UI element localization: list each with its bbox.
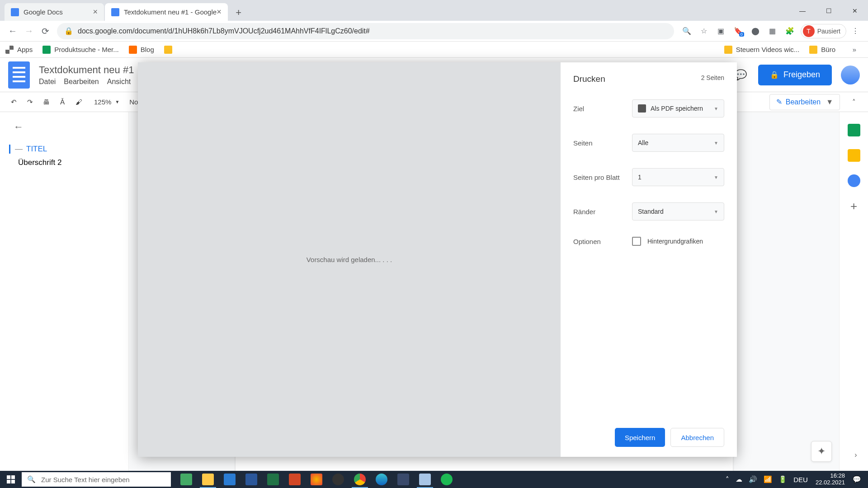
save-button[interactable]: Speichern bbox=[615, 428, 665, 447]
background-graphics-label: Hintergrundgrafiken bbox=[647, 238, 703, 245]
taskbar-spotify[interactable] bbox=[436, 471, 458, 488]
taskbar-obs[interactable] bbox=[327, 471, 349, 488]
back-button[interactable]: ← bbox=[5, 23, 21, 39]
tray-clock[interactable]: 16:28 22.02.2021 bbox=[816, 473, 845, 486]
spellcheck-icon[interactable]: Ǎ bbox=[55, 95, 70, 109]
adblock-icon[interactable]: ⬤ bbox=[747, 23, 764, 39]
bookmark-folder[interactable]: Steuern Videos wic... bbox=[724, 46, 800, 54]
forward-button[interactable]: → bbox=[21, 23, 37, 39]
bookmarks-bar: Apps Produktsuche - Mer... Blog Steuern … bbox=[0, 42, 868, 58]
tag-extension-icon[interactable]: 🔖0 bbox=[730, 23, 746, 39]
window-minimize[interactable]: — bbox=[789, 1, 816, 21]
tasks-addon-icon[interactable] bbox=[848, 174, 860, 187]
outline-back-icon[interactable]: ← bbox=[14, 121, 128, 133]
zoom-select[interactable]: 125%▼ bbox=[94, 98, 119, 106]
taskbar-app1[interactable] bbox=[306, 471, 327, 488]
options-label: Optionen bbox=[573, 238, 632, 245]
apps-shortcut[interactable]: Apps bbox=[5, 46, 33, 54]
taskbar-edge[interactable] bbox=[371, 471, 392, 488]
doc-title[interactable]: Textdokument neu #1 bbox=[39, 64, 134, 76]
margins-label: Ränder bbox=[573, 208, 632, 216]
outline-heading-2[interactable]: Überschrift 2 bbox=[14, 158, 128, 167]
destination-select[interactable]: Als PDF speichern bbox=[632, 99, 724, 117]
menu-ansicht[interactable]: Ansicht bbox=[107, 78, 131, 86]
paint-format-icon[interactable]: 🖌 bbox=[71, 95, 86, 109]
tray-battery-icon[interactable]: 🔋 bbox=[778, 475, 787, 483]
task-view-icon[interactable] bbox=[175, 471, 197, 488]
browser-tab[interactable]: Google Docs × bbox=[5, 3, 104, 21]
url-input[interactable]: 🔒 docs.google.com/document/d/1hUH8k6h7Lb… bbox=[57, 23, 674, 39]
docs-logo-icon[interactable] bbox=[8, 61, 30, 89]
reload-button[interactable]: ⟳ bbox=[37, 23, 53, 39]
cancel-button[interactable]: Abbrechen bbox=[670, 428, 724, 447]
menu-datei[interactable]: Datei bbox=[39, 78, 56, 86]
svg-rect-0 bbox=[7, 475, 10, 479]
outline-panel: ← TITEL Überschrift 2 bbox=[0, 112, 129, 471]
taskbar-search[interactable]: 🔍 Zur Suche Text hier eingeben bbox=[22, 472, 171, 487]
tray-notifications-icon[interactable]: 💬 bbox=[853, 475, 861, 483]
keep-addon-icon[interactable] bbox=[848, 149, 860, 162]
start-button[interactable] bbox=[0, 471, 22, 488]
taskbar-explorer[interactable] bbox=[197, 471, 219, 488]
tray-volume-icon[interactable]: 🔊 bbox=[749, 475, 757, 483]
taskbar-powerpoint[interactable] bbox=[284, 471, 306, 488]
explore-fab[interactable]: ✦ bbox=[811, 441, 832, 462]
profile-paused[interactable]: T Pausiert bbox=[801, 24, 846, 38]
apps-grid-icon[interactable]: ▦ bbox=[764, 23, 781, 39]
share-button[interactable]: Freigeben bbox=[758, 65, 832, 85]
taskbar-mail[interactable] bbox=[219, 471, 241, 488]
address-bar: ← → ⟳ 🔒 docs.google.com/document/d/1hUH8… bbox=[0, 21, 868, 42]
zoom-icon[interactable]: 🔍 bbox=[679, 23, 695, 39]
outline-heading-1[interactable]: TITEL bbox=[9, 145, 128, 154]
print-icon[interactable]: 🖶 bbox=[39, 95, 53, 109]
margins-select[interactable]: Standard bbox=[632, 202, 724, 221]
tray-language[interactable]: DEU bbox=[793, 476, 808, 483]
close-icon[interactable]: × bbox=[217, 7, 222, 17]
lock-icon: 🔒 bbox=[64, 27, 73, 35]
tray-wifi-icon[interactable]: 📶 bbox=[764, 475, 772, 483]
svg-rect-3 bbox=[11, 480, 15, 483]
background-graphics-checkbox[interactable] bbox=[632, 237, 641, 246]
menu-bearbeiten[interactable]: Bearbeiten bbox=[64, 78, 99, 86]
taskbar-notepad[interactable] bbox=[414, 471, 436, 488]
pages-label: Seiten bbox=[573, 139, 632, 147]
bookmark-folder[interactable]: Büro bbox=[809, 46, 835, 54]
add-addon-icon[interactable]: + bbox=[848, 200, 860, 212]
pages-select[interactable]: Alle bbox=[632, 134, 724, 152]
tab-label: Textdokument neu #1 - Google bbox=[124, 8, 217, 16]
taskbar-excel[interactable] bbox=[262, 471, 284, 488]
taskbar-app2[interactable] bbox=[392, 471, 414, 488]
close-icon[interactable]: × bbox=[93, 7, 98, 17]
kebab-menu-icon[interactable]: ⋮ bbox=[847, 23, 863, 39]
user-avatar[interactable] bbox=[841, 66, 860, 84]
taskbar-word[interactable] bbox=[241, 471, 262, 488]
tab-label: Google Docs bbox=[24, 8, 63, 16]
print-dialog: Vorschau wird geladen... . . . Drucken 2… bbox=[138, 62, 737, 457]
search-icon: 🔍 bbox=[27, 475, 36, 483]
taskbar-chrome[interactable] bbox=[349, 471, 371, 488]
bookmarks-overflow-icon[interactable]: » bbox=[846, 42, 863, 58]
extensions-puzzle-icon[interactable]: 🧩 bbox=[782, 23, 798, 39]
collapse-toolbar-icon[interactable]: ˄ bbox=[846, 94, 862, 110]
browser-tab-active[interactable]: Textdokument neu #1 - Google × bbox=[105, 3, 228, 21]
bookmark-star-icon[interactable]: ☆ bbox=[696, 23, 712, 39]
undo-icon[interactable]: ↶ bbox=[6, 95, 21, 109]
bookmark-folder[interactable] bbox=[164, 46, 176, 54]
page-count: 2 Seiten bbox=[701, 74, 724, 84]
tray-onedrive-icon[interactable]: ☁ bbox=[736, 475, 742, 483]
qr-icon[interactable]: ▣ bbox=[713, 23, 729, 39]
window-maximize[interactable]: ☐ bbox=[816, 1, 842, 21]
tray-chevron-icon[interactable]: ˄ bbox=[726, 475, 729, 483]
windows-taskbar: 🔍 Zur Suche Text hier eingeben ˄ ☁ 🔊 📶 🔋… bbox=[0, 471, 868, 488]
per-sheet-select[interactable]: 1 bbox=[632, 168, 724, 186]
show-sidebar-icon[interactable]: › bbox=[849, 448, 863, 462]
new-tab-button[interactable]: + bbox=[231, 5, 247, 21]
url-text: docs.google.com/document/d/1hUH8k6h7Lb8y… bbox=[78, 27, 370, 35]
bookmark-item[interactable]: Produktsuche - Mer... bbox=[42, 46, 119, 54]
bookmark-item[interactable]: Blog bbox=[129, 46, 154, 54]
redo-icon[interactable]: ↷ bbox=[23, 95, 37, 109]
window-close[interactable]: ✕ bbox=[842, 1, 868, 21]
svg-rect-1 bbox=[11, 475, 15, 479]
edit-mode-button[interactable]: ✎ Bearbeiten ▼ bbox=[769, 94, 840, 110]
calendar-addon-icon[interactable] bbox=[848, 124, 860, 136]
